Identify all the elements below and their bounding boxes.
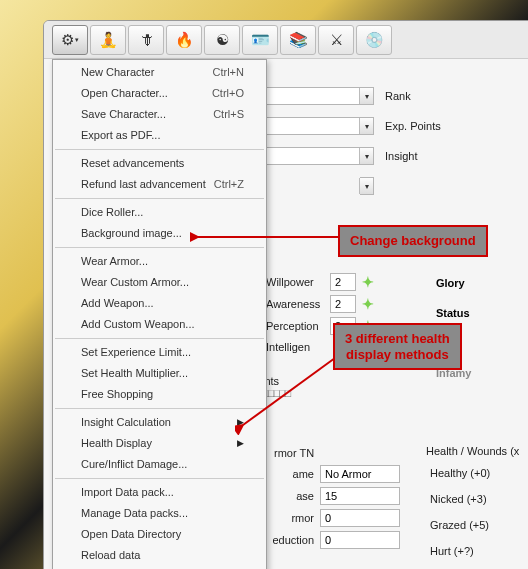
rank-dropdown[interactable] [264, 87, 374, 105]
toolbar-btn-swords[interactable]: ⚔ [318, 25, 354, 55]
menu-item[interactable]: Insight Calculation▶ [53, 412, 266, 433]
chevron-right-icon: ▶ [237, 436, 244, 451]
trait-label-awareness: Awareness [266, 298, 324, 310]
toolbar: ⚙▾ 🧘 🗡 🔥 ☯ 🪪 📚 ⚔ 💿 [44, 21, 528, 59]
health-level-healthy: Healthy (+0) [430, 467, 528, 479]
toolbar-btn-weapon[interactable]: 🗡 [128, 25, 164, 55]
main-menu: New CharacterCtrl+NOpen Character...Ctrl… [52, 59, 267, 569]
menu-item[interactable]: Import Data pack... [53, 482, 266, 503]
menu-item[interactable]: Open Character...Ctrl+O [53, 83, 266, 104]
menu-item[interactable]: Health Display▶ [53, 433, 266, 454]
insight-dropdown[interactable] [264, 147, 374, 165]
menu-item[interactable]: Background image... [53, 223, 266, 244]
menu-item[interactable]: Dice Roller... [53, 202, 266, 223]
status-header: Status [436, 307, 508, 319]
trait-input-willpower[interactable] [330, 273, 356, 291]
chevron-down-icon[interactable]: ▾ [359, 148, 373, 164]
plus-icon[interactable]: ✦ [362, 296, 374, 312]
menu-item[interactable]: Manage Data packs... [53, 503, 266, 524]
trait-label-perception: Perception [266, 320, 324, 332]
menu-item[interactable]: Save Character...Ctrl+S [53, 104, 266, 125]
menu-item[interactable]: Free Shopping [53, 384, 266, 405]
trait-input-awareness[interactable] [330, 295, 356, 313]
toolbar-btn-disc[interactable]: 💿 [356, 25, 392, 55]
menu-item[interactable]: Export as PDF... [53, 125, 266, 146]
menu-item[interactable]: Reload data [53, 545, 266, 566]
chevron-down-icon[interactable]: ▾ [359, 118, 373, 134]
toolbar-btn-id[interactable]: 🪪 [242, 25, 278, 55]
glory-header: Glory [436, 277, 508, 289]
armor-reduction-label: eduction [266, 534, 314, 546]
menu-item[interactable]: Open Data Directory [53, 524, 266, 545]
exp-dropdown[interactable] [264, 117, 374, 135]
menu-item[interactable]: Wear Custom Armor... [53, 272, 266, 293]
toolbar-btn-books[interactable]: 📚 [280, 25, 316, 55]
trait-label-intelligen: Intelligen [266, 341, 324, 353]
menu-item[interactable]: Refund last advancementCtrl+Z [53, 174, 266, 195]
toolbar-btn-yinyang[interactable]: ☯ [204, 25, 240, 55]
menu-item[interactable]: Set Health Multiplier... [53, 363, 266, 384]
trait-label-willpower: Willpower [266, 276, 324, 288]
menu-separator [55, 247, 264, 248]
callout-health-display: 3 different health display methods [333, 323, 462, 370]
armor-base-label: ase [266, 490, 314, 502]
menu-item[interactable]: Add Custom Weapon... [53, 314, 266, 335]
menu-separator [55, 198, 264, 199]
menu-item[interactable]: Reset advancements [53, 153, 266, 174]
menu-separator [55, 149, 264, 150]
toolbar-btn-character[interactable]: 🧘 [90, 25, 126, 55]
menu-item[interactable]: Cure/Inflict Damage... [53, 454, 266, 475]
armor-header: rmor TN [274, 447, 424, 459]
menu-separator [55, 338, 264, 339]
armor-reduction-input[interactable] [320, 531, 400, 549]
plus-icon[interactable]: ✦ [362, 274, 374, 290]
armor-armor-input[interactable] [320, 509, 400, 527]
menu-separator [55, 478, 264, 479]
toolbar-btn-fire[interactable]: 🔥 [166, 25, 202, 55]
menu-item[interactable]: Add Weapon... [53, 293, 266, 314]
chevron-down-icon[interactable]: ▾ [359, 178, 373, 194]
menu-item[interactable]: Wear Armor... [53, 251, 266, 272]
health-level-nicked: Nicked (+3) [430, 493, 528, 505]
armor-armor-label: rmor [266, 512, 314, 524]
health-header: Health / Wounds (x [426, 445, 528, 457]
toolbar-btn-gear[interactable]: ⚙▾ [52, 25, 88, 55]
rank-label: Rank [385, 90, 411, 102]
menu-item[interactable]: Set Experience Limit... [53, 342, 266, 363]
health-level-hurt: Hurt (+?) [430, 545, 528, 557]
menu-separator [55, 408, 264, 409]
armor-name-input[interactable] [320, 465, 400, 483]
armor-base-input[interactable] [320, 487, 400, 505]
health-level-grazed: Grazed (+5) [430, 519, 528, 531]
chevron-right-icon: ▶ [237, 415, 244, 430]
insight-label: Insight [385, 150, 417, 162]
callout-change-background: Change background [338, 225, 488, 257]
armor-name-label: ame [266, 468, 314, 480]
menu-item[interactable]: New CharacterCtrl+N [53, 62, 266, 83]
exp-label: Exp. Points [385, 120, 441, 132]
chevron-down-icon[interactable]: ▾ [359, 88, 373, 104]
